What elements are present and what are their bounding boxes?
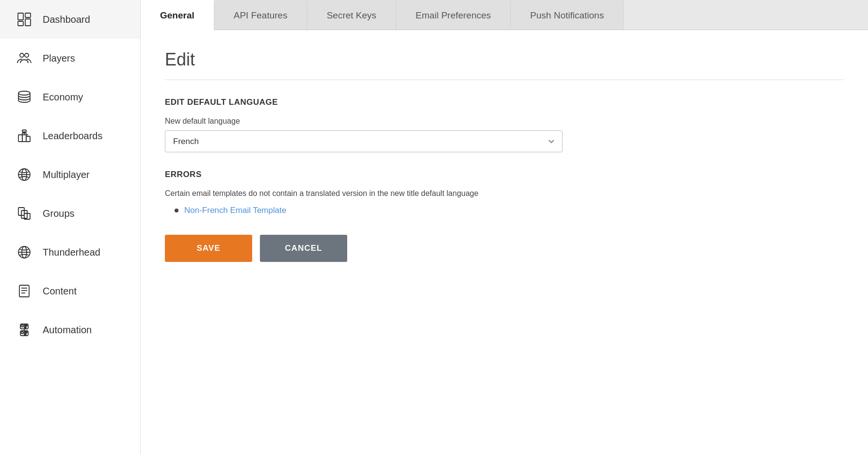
language-field-label: New default language (165, 117, 844, 126)
sidebar-item-thunderhead[interactable]: Thunderhead (0, 233, 140, 272)
svg-rect-11 (18, 135, 22, 142)
svg-rect-7 (22, 130, 26, 132)
sidebar-label-automation: Automation (43, 324, 92, 336)
language-section-heading: EDIT DEFAULT LANGUAGE (165, 97, 844, 107)
svg-rect-2 (25, 13, 31, 17)
language-dropdown[interactable]: French English Spanish German Italian Po… (165, 130, 563, 152)
sidebar-label-leaderboards: Leaderboards (43, 130, 102, 142)
sidebar-label-groups: Groups (43, 208, 75, 219)
svg-rect-32 (21, 332, 23, 334)
sidebar-label-economy: Economy (43, 92, 83, 103)
svg-point-5 (25, 53, 29, 57)
svg-point-4 (20, 53, 24, 57)
svg-rect-23 (19, 285, 29, 297)
automation-icon (16, 321, 33, 339)
sidebar-item-players[interactable]: Players (0, 39, 140, 78)
tab-secret-keys[interactable]: Secret Keys (307, 0, 396, 30)
svg-rect-29 (24, 325, 27, 326)
errors-description: Certain email templates do not contain a… (165, 189, 844, 198)
svg-rect-0 (18, 13, 23, 20)
tab-api-features[interactable]: API Features (214, 0, 307, 30)
sidebar-item-automation[interactable]: Automation (0, 310, 140, 349)
dashboard-icon (16, 11, 33, 28)
save-button[interactable]: SAVE (165, 235, 252, 262)
sidebar-item-leaderboards[interactable]: Leaderboards (0, 116, 140, 155)
tab-email-preferences[interactable]: Email Preferences (396, 0, 511, 30)
bullet-point (175, 209, 178, 212)
svg-rect-28 (21, 325, 23, 327)
sidebar-label-players: Players (43, 53, 75, 64)
svg-point-6 (18, 91, 30, 95)
svg-rect-33 (24, 332, 27, 333)
sidebar-item-content[interactable]: Content (0, 272, 140, 310)
players-icon (16, 49, 33, 67)
multiplayer-icon (16, 166, 33, 183)
page-title: Edit (165, 49, 844, 70)
main-area: General API Features Secret Keys Email P… (141, 0, 868, 454)
sidebar-item-multiplayer[interactable]: Multiplayer (0, 155, 140, 194)
economy-icon (16, 88, 33, 106)
errors-section: ERRORS Certain email templates do not co… (165, 170, 844, 215)
svg-rect-13 (26, 136, 30, 142)
thunderhead-icon (16, 243, 33, 261)
error-link[interactable]: Non-French Email Template (184, 206, 286, 215)
error-list-item: Non-French Email Template (175, 206, 844, 215)
errors-section-heading: ERRORS (165, 170, 844, 179)
svg-rect-3 (25, 19, 31, 26)
sidebar: Dashboard Players Economy (0, 0, 141, 454)
language-section: EDIT DEFAULT LANGUAGE New default langua… (165, 97, 844, 170)
cancel-button[interactable]: CANCEL (260, 235, 347, 262)
svg-rect-1 (18, 21, 23, 26)
content-area: Edit EDIT DEFAULT LANGUAGE New default l… (141, 30, 868, 454)
svg-rect-34 (24, 334, 26, 335)
tab-bar: General API Features Secret Keys Email P… (141, 0, 868, 30)
sidebar-label-multiplayer: Multiplayer (43, 169, 90, 180)
button-row: SAVE CANCEL (165, 235, 844, 262)
groups-icon (16, 205, 33, 222)
sidebar-label-thunderhead: Thunderhead (43, 247, 100, 258)
sidebar-label-content: Content (43, 286, 77, 297)
sidebar-item-economy[interactable]: Economy (0, 78, 140, 116)
sidebar-item-groups[interactable]: Groups (0, 194, 140, 233)
section-divider (165, 80, 844, 80)
content-icon (16, 282, 33, 300)
tab-general[interactable]: General (141, 0, 214, 30)
tab-push-notifications[interactable]: Push Notifications (511, 0, 624, 30)
svg-rect-30 (24, 327, 26, 328)
leaderboards-icon (16, 127, 33, 145)
sidebar-item-dashboard[interactable]: Dashboard (0, 0, 140, 39)
sidebar-label-dashboard: Dashboard (43, 14, 90, 25)
